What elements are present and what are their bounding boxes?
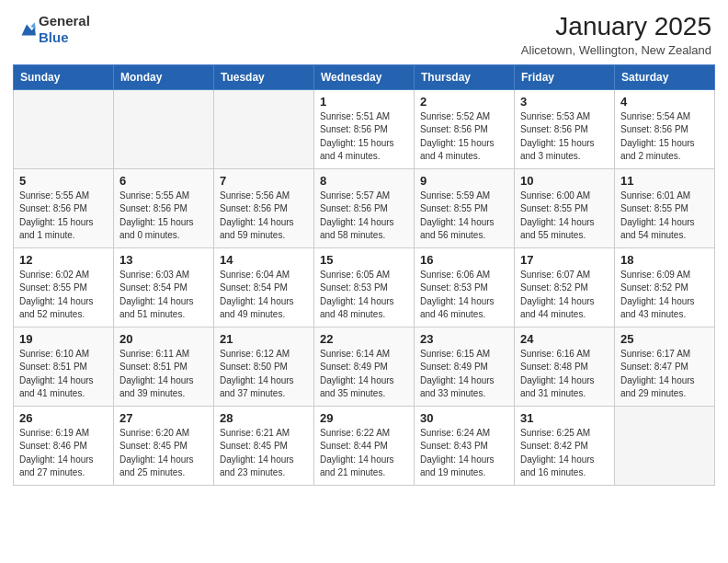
day-detail: Sunrise: 6:15 AMSunset: 8:49 PMDaylight:…	[420, 348, 508, 401]
day-number: 24	[520, 332, 609, 346]
logo-general: General	[39, 13, 90, 29]
day-number: 19	[19, 332, 108, 346]
page: General Blue January 2025 Alicetown, Wel…	[0, 0, 728, 563]
calendar-header: SundayMondayTuesdayWednesdayThursdayFrid…	[14, 64, 715, 89]
day-cell: 17Sunrise: 6:07 AMSunset: 8:52 PMDayligh…	[515, 247, 615, 327]
day-cell: 7Sunrise: 5:56 AMSunset: 8:56 PMDaylight…	[214, 168, 314, 247]
day-cell	[214, 89, 314, 168]
day-number: 1	[320, 95, 408, 109]
day-detail: Sunrise: 6:22 AMSunset: 8:44 PMDaylight:…	[320, 427, 408, 480]
day-detail: Sunrise: 6:12 AMSunset: 8:50 PMDaylight:…	[220, 348, 308, 401]
day-number: 27	[119, 411, 208, 425]
day-number: 13	[119, 253, 208, 267]
day-number: 25	[620, 332, 709, 346]
day-cell: 5Sunrise: 5:55 AMSunset: 8:56 PMDaylight…	[14, 168, 114, 247]
day-cell: 28Sunrise: 6:21 AMSunset: 8:45 PMDayligh…	[214, 406, 314, 485]
day-cell: 10Sunrise: 6:00 AMSunset: 8:55 PMDayligh…	[515, 168, 615, 247]
day-cell	[114, 89, 214, 168]
day-number: 5	[19, 174, 108, 188]
day-cell: 3Sunrise: 5:53 AMSunset: 8:56 PMDaylight…	[515, 89, 615, 168]
day-number: 20	[119, 332, 208, 346]
header-row: SundayMondayTuesdayWednesdayThursdayFrid…	[14, 64, 715, 89]
logo: General Blue	[17, 13, 90, 46]
day-number: 11	[620, 174, 709, 188]
week-row-5: 26Sunrise: 6:19 AMSunset: 8:46 PMDayligh…	[14, 406, 715, 485]
day-detail: Sunrise: 6:11 AMSunset: 8:51 PMDaylight:…	[119, 348, 208, 401]
calendar-wrap: SundayMondayTuesdayWednesdayThursdayFrid…	[0, 64, 728, 495]
col-header-monday: Monday	[114, 64, 214, 89]
day-detail: Sunrise: 6:09 AMSunset: 8:52 PMDaylight:…	[620, 269, 709, 322]
svg-marker-2	[30, 22, 36, 29]
day-cell: 2Sunrise: 5:52 AMSunset: 8:56 PMDaylight…	[415, 89, 515, 168]
day-cell: 12Sunrise: 6:02 AMSunset: 8:55 PMDayligh…	[14, 247, 114, 327]
day-detail: Sunrise: 6:05 AMSunset: 8:53 PMDaylight:…	[320, 269, 408, 322]
day-cell	[615, 406, 715, 485]
day-detail: Sunrise: 6:00 AMSunset: 8:55 PMDaylight:…	[520, 190, 609, 243]
day-detail: Sunrise: 5:53 AMSunset: 8:56 PMDaylight:…	[520, 110, 609, 164]
day-detail: Sunrise: 5:59 AMSunset: 8:55 PMDaylight:…	[420, 190, 508, 243]
day-detail: Sunrise: 6:20 AMSunset: 8:45 PMDaylight:…	[119, 427, 208, 480]
week-row-4: 19Sunrise: 6:10 AMSunset: 8:51 PMDayligh…	[14, 327, 715, 406]
day-detail: Sunrise: 6:02 AMSunset: 8:55 PMDaylight:…	[19, 269, 108, 322]
day-number: 15	[320, 253, 408, 267]
day-cell: 27Sunrise: 6:20 AMSunset: 8:45 PMDayligh…	[114, 406, 214, 485]
day-detail: Sunrise: 5:56 AMSunset: 8:56 PMDaylight:…	[220, 190, 308, 243]
day-cell: 26Sunrise: 6:19 AMSunset: 8:46 PMDayligh…	[14, 406, 114, 485]
day-detail: Sunrise: 5:55 AMSunset: 8:56 PMDaylight:…	[119, 190, 208, 243]
day-detail: Sunrise: 5:55 AMSunset: 8:56 PMDaylight:…	[19, 190, 108, 243]
day-detail: Sunrise: 6:16 AMSunset: 8:48 PMDaylight:…	[520, 348, 609, 401]
title-block: January 2025 Alicetown, Wellington, New …	[521, 13, 711, 57]
day-number: 26	[19, 411, 108, 425]
day-cell: 9Sunrise: 5:59 AMSunset: 8:55 PMDaylight…	[415, 168, 515, 247]
col-header-tuesday: Tuesday	[214, 64, 314, 89]
day-cell: 18Sunrise: 6:09 AMSunset: 8:52 PMDayligh…	[615, 247, 715, 327]
day-detail: Sunrise: 6:04 AMSunset: 8:54 PMDaylight:…	[220, 269, 308, 322]
day-number: 16	[420, 253, 508, 267]
day-cell: 30Sunrise: 6:24 AMSunset: 8:43 PMDayligh…	[415, 406, 515, 485]
day-detail: Sunrise: 6:06 AMSunset: 8:53 PMDaylight:…	[420, 269, 508, 322]
day-detail: Sunrise: 5:57 AMSunset: 8:56 PMDaylight:…	[320, 190, 408, 243]
day-cell: 25Sunrise: 6:17 AMSunset: 8:47 PMDayligh…	[615, 327, 715, 406]
calendar-table: SundayMondayTuesdayWednesdayThursdayFrid…	[13, 64, 715, 486]
day-detail: Sunrise: 6:07 AMSunset: 8:52 PMDaylight:…	[520, 269, 609, 322]
day-detail: Sunrise: 6:03 AMSunset: 8:54 PMDaylight:…	[119, 269, 208, 322]
day-number: 23	[420, 332, 508, 346]
day-cell: 21Sunrise: 6:12 AMSunset: 8:50 PMDayligh…	[214, 327, 314, 406]
day-detail: Sunrise: 5:51 AMSunset: 8:56 PMDaylight:…	[320, 110, 408, 164]
day-number: 22	[320, 332, 408, 346]
day-detail: Sunrise: 6:21 AMSunset: 8:45 PMDaylight:…	[220, 427, 308, 480]
day-number: 8	[320, 174, 408, 188]
header: General Blue January 2025 Alicetown, Wel…	[0, 0, 728, 64]
day-cell: 29Sunrise: 6:22 AMSunset: 8:44 PMDayligh…	[314, 406, 415, 485]
day-number: 3	[520, 95, 609, 109]
day-cell	[14, 89, 114, 168]
day-number: 17	[520, 253, 609, 267]
day-detail: Sunrise: 6:25 AMSunset: 8:42 PMDaylight:…	[520, 427, 609, 480]
day-detail: Sunrise: 6:19 AMSunset: 8:46 PMDaylight:…	[19, 427, 108, 480]
logo-text: General Blue	[39, 13, 90, 46]
logo-icon	[17, 19, 37, 40]
day-detail: Sunrise: 5:54 AMSunset: 8:56 PMDaylight:…	[620, 110, 709, 164]
day-number: 2	[420, 95, 508, 109]
day-cell: 24Sunrise: 6:16 AMSunset: 8:48 PMDayligh…	[515, 327, 615, 406]
calendar-subtitle: Alicetown, Wellington, New Zealand	[521, 43, 711, 57]
col-header-wednesday: Wednesday	[314, 64, 415, 89]
logo-blue: Blue	[39, 29, 69, 45]
day-cell: 19Sunrise: 6:10 AMSunset: 8:51 PMDayligh…	[14, 327, 114, 406]
day-detail: Sunrise: 5:52 AMSunset: 8:56 PMDaylight:…	[420, 110, 508, 164]
day-number: 9	[420, 174, 508, 188]
day-cell: 23Sunrise: 6:15 AMSunset: 8:49 PMDayligh…	[415, 327, 515, 406]
day-number: 28	[220, 411, 308, 425]
day-number: 4	[620, 95, 709, 109]
day-detail: Sunrise: 6:24 AMSunset: 8:43 PMDaylight:…	[420, 427, 508, 480]
col-header-saturday: Saturday	[615, 64, 715, 89]
day-cell: 4Sunrise: 5:54 AMSunset: 8:56 PMDaylight…	[615, 89, 715, 168]
day-number: 18	[620, 253, 709, 267]
col-header-friday: Friday	[515, 64, 615, 89]
day-number: 31	[520, 411, 609, 425]
day-number: 10	[520, 174, 609, 188]
day-cell: 31Sunrise: 6:25 AMSunset: 8:42 PMDayligh…	[515, 406, 615, 485]
col-header-sunday: Sunday	[14, 64, 114, 89]
day-cell: 16Sunrise: 6:06 AMSunset: 8:53 PMDayligh…	[415, 247, 515, 327]
day-cell: 13Sunrise: 6:03 AMSunset: 8:54 PMDayligh…	[114, 247, 214, 327]
